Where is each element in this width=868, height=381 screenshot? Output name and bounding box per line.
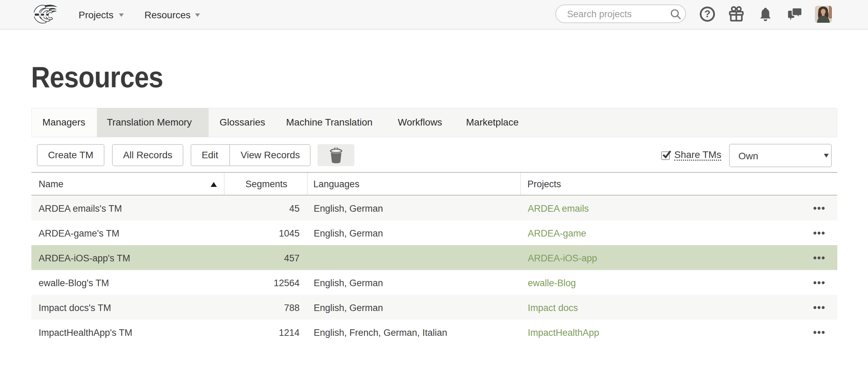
svg-text:?: ? <box>704 8 710 19</box>
